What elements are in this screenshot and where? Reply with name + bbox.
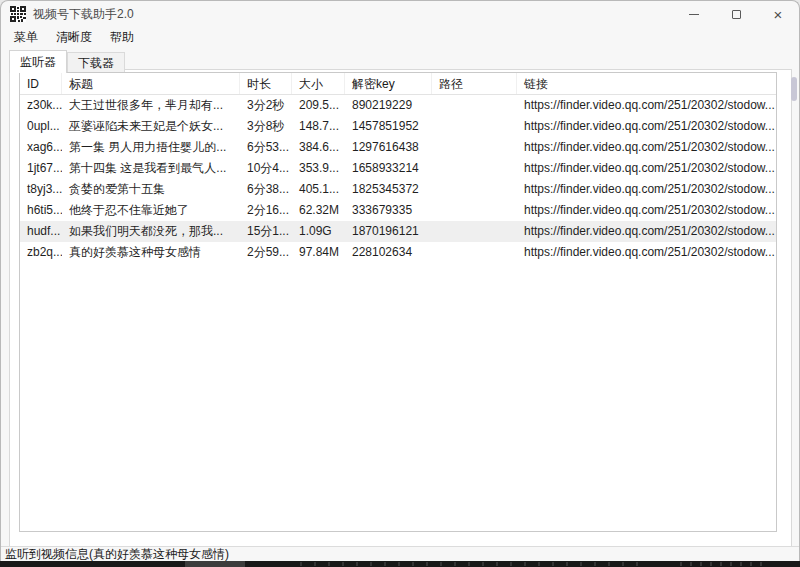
cell-size: 384.6...	[292, 137, 345, 158]
cell-title: 大王过世很多年，芈月却有...	[62, 95, 240, 116]
cell-path	[432, 200, 517, 221]
cell-id: 1jt67...	[20, 158, 62, 179]
table-header: ID 标题 时长 大小 解密key 路径 链接	[20, 73, 776, 95]
cell-duration: 15分1...	[240, 221, 292, 242]
cell-duration: 6分53...	[240, 137, 292, 158]
cell-link: https://finder.video.qq.com/251/20302/st…	[517, 179, 776, 200]
menubar: 菜单 清晰度 帮助	[1, 27, 799, 47]
cell-path	[432, 179, 517, 200]
minimize-button[interactable]	[673, 1, 715, 27]
cell-link: https://finder.video.qq.com/251/20302/st…	[517, 95, 776, 116]
column-header-title[interactable]: 标题	[62, 73, 240, 94]
cell-title: 第十四集 这是我看到最气人...	[62, 158, 240, 179]
cell-id: zb2q...	[20, 242, 62, 263]
cell-id: 0upl...	[20, 116, 62, 137]
table-row[interactable]: zb2q... 真的好羡慕这种母女感情 2分59... 97.84M 22810…	[20, 242, 776, 263]
cell-path	[432, 158, 517, 179]
cell-key: 1297616438	[345, 137, 432, 158]
menu-item-quality[interactable]: 清晰度	[47, 27, 101, 48]
table-row[interactable]: hudf... 如果我们明天都没死，那我... 15分1... 1.09G 18…	[20, 221, 776, 242]
titlebar[interactable]: 视频号下载助手2.0 ×	[1, 1, 799, 27]
tab-downloader[interactable]: 下载器	[67, 52, 125, 72]
cell-duration: 10分4...	[240, 158, 292, 179]
close-button[interactable]: ×	[757, 1, 799, 27]
cell-duration: 2分16...	[240, 200, 292, 221]
cell-size: 353.9...	[292, 158, 345, 179]
cell-title: 真的好羡慕这种母女感情	[62, 242, 240, 263]
table-row[interactable]: xag6... 第一集 男人用力捂住婴儿的... 6分53... 384.6..…	[20, 137, 776, 158]
cell-id: xag6...	[20, 137, 62, 158]
taskbar-fragment	[300, 562, 640, 566]
cell-size: 1.09G	[292, 221, 345, 242]
cell-id: z30k...	[20, 95, 62, 116]
cell-title: 巫婆诬陷未来王妃是个妖女...	[62, 116, 240, 137]
cell-key: 228102634	[345, 242, 432, 263]
column-header-duration[interactable]: 时长	[240, 73, 292, 94]
cell-path	[432, 116, 517, 137]
cell-path	[432, 137, 517, 158]
cell-id: t8yj3...	[20, 179, 62, 200]
cell-size: 405.1...	[292, 179, 345, 200]
column-header-size[interactable]: 大小	[292, 73, 345, 94]
tab-listener[interactable]: 监听器	[9, 50, 67, 73]
cell-id: h6ti5...	[20, 200, 62, 221]
table-row[interactable]: z30k... 大王过世很多年，芈月却有... 3分2秒 209.5... 89…	[20, 95, 776, 116]
cell-duration: 6分38...	[240, 179, 292, 200]
menu-item-menu[interactable]: 菜单	[5, 27, 47, 48]
cell-title: 第一集 男人用力捂住婴儿的...	[62, 137, 240, 158]
scrollbar-thumb[interactable]	[791, 77, 797, 101]
cell-link: https://finder.video.qq.com/251/20302/st…	[517, 116, 776, 137]
vertical-scrollbar[interactable]	[790, 71, 798, 547]
table-body: z30k... 大王过世很多年，芈月却有... 3分2秒 209.5... 89…	[20, 95, 776, 263]
window-controls: ×	[673, 1, 799, 27]
column-header-key[interactable]: 解密key	[345, 73, 432, 94]
column-header-path[interactable]: 路径	[432, 73, 517, 94]
cell-link: https://finder.video.qq.com/251/20302/st…	[517, 221, 776, 242]
maximize-icon	[732, 10, 741, 19]
video-table: ID 标题 时长 大小 解密key 路径 链接 z30k... 大王过世很多年，…	[19, 72, 777, 532]
cell-key: 890219229	[345, 95, 432, 116]
table-row[interactable]: h6ti5... 他终于忍不住靠近她了 2分16... 62.32M 33367…	[20, 200, 776, 221]
cell-path	[432, 242, 517, 263]
cell-duration: 3分8秒	[240, 116, 292, 137]
app-window: 视频号下载助手2.0 × 菜单 清晰度 帮助 监听器 下载器 ID 标题	[0, 0, 800, 561]
cell-title: 贪婪的爱第十五集	[62, 179, 240, 200]
taskbar-strip	[0, 561, 800, 567]
table-row[interactable]: t8yj3... 贪婪的爱第十五集 6分38... 405.1... 18253…	[20, 179, 776, 200]
cell-size: 148.7...	[292, 116, 345, 137]
minimize-icon	[689, 14, 699, 15]
menu-item-help[interactable]: 帮助	[101, 27, 143, 48]
cell-link: https://finder.video.qq.com/251/20302/st…	[517, 137, 776, 158]
cell-duration: 2分59...	[240, 242, 292, 263]
column-header-link[interactable]: 链接	[517, 73, 776, 94]
maximize-button[interactable]	[715, 1, 757, 27]
table-row[interactable]: 1jt67... 第十四集 这是我看到最气人... 10分4... 353.9.…	[20, 158, 776, 179]
window-title: 视频号下载助手2.0	[33, 6, 134, 23]
cell-size: 97.84M	[292, 242, 345, 263]
taskbar-fragment	[680, 562, 770, 566]
cell-key: 1825345372	[345, 179, 432, 200]
cell-link: https://finder.video.qq.com/251/20302/st…	[517, 158, 776, 179]
statusbar: 监听到视频信息(真的好羡慕这种母女感情)	[1, 546, 799, 561]
status-message: 监听到视频信息(真的好羡慕这种母女感情)	[1, 546, 229, 562]
cell-path	[432, 95, 517, 116]
cell-key: 1457851952	[345, 116, 432, 137]
cell-key: 1658933214	[345, 158, 432, 179]
close-icon: ×	[774, 7, 783, 22]
cell-size: 62.32M	[292, 200, 345, 221]
cell-link: https://finder.video.qq.com/251/20302/st…	[517, 200, 776, 221]
table-row[interactable]: 0upl... 巫婆诬陷未来王妃是个妖女... 3分8秒 148.7... 14…	[20, 116, 776, 137]
app-icon	[10, 6, 26, 22]
column-header-id[interactable]: ID	[20, 73, 62, 94]
taskbar-fragment	[185, 561, 245, 567]
cell-duration: 3分2秒	[240, 95, 292, 116]
cell-title: 如果我们明天都没死，那我...	[62, 221, 240, 242]
cell-id: hudf...	[20, 221, 62, 242]
cell-link: https://finder.video.qq.com/251/20302/st…	[517, 242, 776, 263]
listener-tab-panel: ID 标题 时长 大小 解密key 路径 链接 z30k... 大王过世很多年，…	[9, 69, 792, 547]
cell-key: 1870196121	[345, 221, 432, 242]
cell-key: 333679335	[345, 200, 432, 221]
tabstrip: 监听器 下载器	[9, 49, 799, 72]
cell-size: 209.5...	[292, 95, 345, 116]
cell-path	[432, 221, 517, 242]
